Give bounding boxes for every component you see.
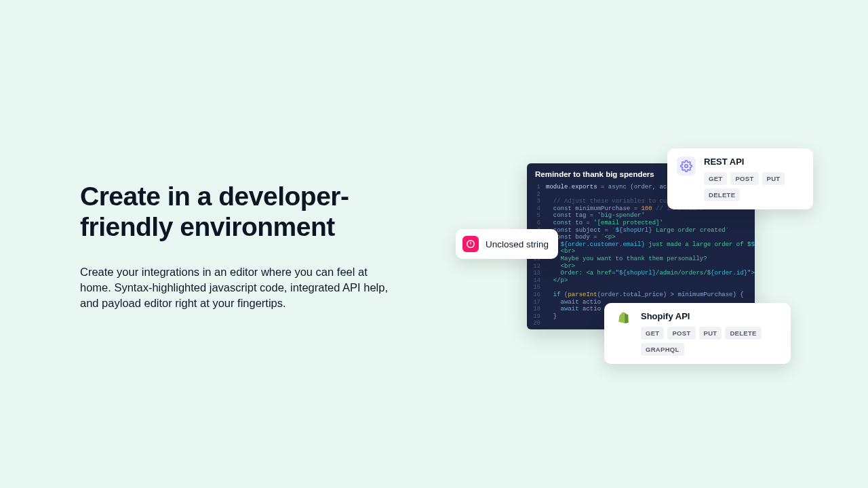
hero-section: Create in a developer-friendly environme…: [80, 182, 406, 311]
code-line[interactable]: const subject = `${shopUrl} Large order …: [546, 227, 755, 235]
code-line[interactable]: const to = '[email protected]': [546, 220, 755, 227]
line-number: 4: [527, 205, 540, 213]
http-method-badge[interactable]: GET: [704, 172, 727, 185]
line-number: 5: [527, 212, 540, 220]
hero-description: Create your integrations in an editor wh…: [80, 264, 392, 311]
line-number: 2: [527, 191, 540, 199]
http-method-badge[interactable]: GRAPHQL: [641, 343, 684, 356]
line-number: 19: [527, 313, 540, 321]
line-number: 12: [527, 263, 540, 270]
code-line[interactable]: Maybe you want to thank them personally?: [546, 256, 755, 263]
line-number: 15: [527, 284, 540, 291]
shopify-api-card: Shopify API GETPOSTPUTDELETEGRAPHQL: [604, 303, 791, 364]
code-line[interactable]: <br>: [546, 263, 755, 270]
code-line[interactable]: [546, 284, 755, 291]
error-tooltip: Unclosed string: [456, 229, 558, 259]
shopify-api-title: Shopify API: [641, 311, 781, 321]
line-number: 16: [527, 291, 540, 299]
line-number: 6: [527, 220, 540, 227]
rest-api-card: REST API GETPOSTPUTDELETE: [667, 148, 813, 209]
code-line[interactable]: </p>: [546, 277, 755, 285]
shopify-icon: [614, 311, 633, 330]
line-number: 3: [527, 198, 540, 205]
http-method-badge[interactable]: POST: [730, 172, 758, 185]
gear-icon: [677, 157, 696, 176]
error-message: Unclosed string: [486, 239, 549, 249]
line-number: 18: [527, 306, 540, 313]
line-number: 14: [527, 277, 540, 285]
code-line[interactable]: const tag = 'big-spender': [546, 212, 755, 220]
rest-method-list: GETPOSTPUTDELETE: [704, 172, 804, 201]
http-method-badge[interactable]: PUT: [762, 172, 785, 185]
rest-api-title: REST API: [704, 157, 804, 167]
code-line[interactable]: <br>: [546, 248, 755, 256]
line-number: 17: [527, 299, 540, 306]
code-line[interactable]: ${order.customer.email} just made a larg…: [546, 241, 755, 249]
alert-icon: [462, 236, 479, 252]
line-number: 20: [527, 320, 540, 327]
code-line[interactable]: if (parseInt(order.total_price) > minimu…: [546, 291, 755, 299]
line-number: 13: [527, 270, 540, 277]
http-method-badge[interactable]: GET: [641, 327, 664, 340]
code-line[interactable]: Order: <a href="${shopUrl}/admin/orders/…: [546, 270, 755, 277]
http-method-badge[interactable]: POST: [667, 327, 695, 340]
line-number: 1: [527, 184, 540, 191]
hero-heading: Create in a developer-friendly environme…: [80, 182, 406, 243]
shopify-method-list: GETPOSTPUTDELETEGRAPHQL: [641, 327, 781, 356]
http-method-badge[interactable]: DELETE: [704, 188, 740, 201]
svg-point-3: [685, 165, 688, 168]
http-method-badge[interactable]: PUT: [699, 327, 722, 340]
http-method-badge[interactable]: DELETE: [725, 327, 761, 340]
code-line[interactable]: const body = `<p>: [546, 234, 755, 241]
